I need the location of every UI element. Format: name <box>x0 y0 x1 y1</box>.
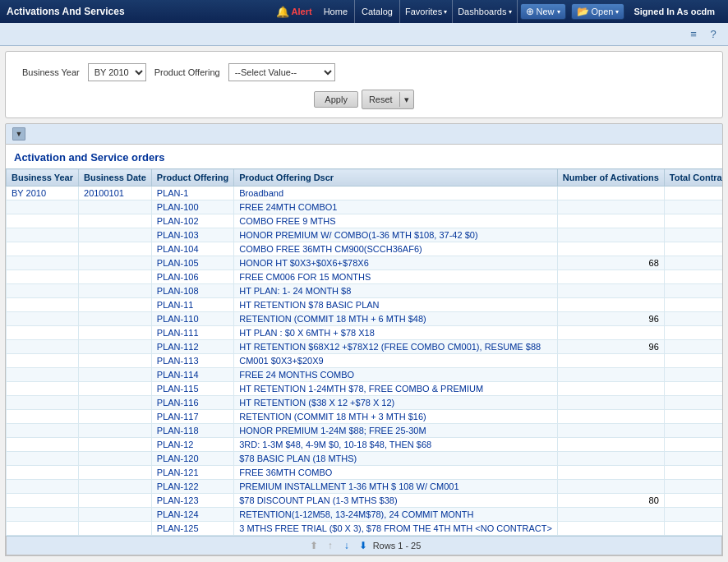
nav-dashboards[interactable]: Dashboards ▾ <box>453 0 517 23</box>
table-cell: PLAN-114 <box>151 368 233 382</box>
table-cell <box>7 256 79 270</box>
pagination-row: ⬆ ↑ ↓ ⬇ Rows 1 - 25 <box>6 536 722 555</box>
table-cell <box>79 508 152 522</box>
table-cell <box>79 256 152 270</box>
table-cell: 2753 <box>664 480 723 494</box>
table-row: PLAN-124RETENTION(1-12M58, 13-24M$78), 2… <box>7 508 724 522</box>
table-cell: FREE 36MTH COMBO <box>234 466 558 480</box>
table-cell: PLAN-120 <box>151 452 233 466</box>
nav-open-button[interactable]: 📂 Open ▾ <box>571 3 625 20</box>
business-year-select[interactable]: BY 2010 <box>88 63 146 81</box>
toolbar-settings-icon[interactable]: ≡ <box>685 26 702 43</box>
table-row: PLAN-108HT PLAN: 1- 24 MONTH $85505 <box>7 284 724 298</box>
table-cell <box>79 214 152 228</box>
table-row: PLAN-118HONOR PREMIUM 1-24M $88; FREE 25… <box>7 424 724 438</box>
table-cell: PREMIUM INSTALLMENT 1-36 MTH $ 108 W/ CM… <box>234 480 558 494</box>
product-offering-label: Product Offering <box>154 67 220 77</box>
table-cell <box>557 382 664 396</box>
table-cell: PLAN-108 <box>151 284 233 298</box>
table-cell: 2753 <box>664 298 723 312</box>
table-cell: RETENTION(1-12M58, 13-24M$78), 24 COMMIT… <box>234 508 558 522</box>
table-cell <box>7 242 79 256</box>
table-cell <box>79 480 152 494</box>
table-cell: 6691 <box>664 452 723 466</box>
table-cell <box>7 368 79 382</box>
table-cell: PLAN-103 <box>151 228 233 242</box>
table-cell: CM001 $0X3+$20X9 <box>234 354 558 368</box>
table-cell <box>664 494 723 508</box>
table-cell <box>79 354 152 368</box>
table-cell: HONOR PREMIUM 1-24M $88; FREE 25-30M <box>234 424 558 438</box>
table-row: PLAN-123RD: 1-3M $48, 4-9M $0, 10-18 $48… <box>7 438 724 452</box>
table-cell <box>7 270 79 284</box>
app-title: Activations And Services <box>7 6 125 17</box>
table-cell <box>7 200 79 214</box>
nav-catalog[interactable]: Catalog <box>355 0 400 23</box>
table-cell: 13589 <box>664 214 723 228</box>
table-row: PLAN-113CM001 $0X3+$20X92753 <box>7 354 724 368</box>
nav-new-button[interactable]: ⊕ New ▾ <box>520 3 566 20</box>
new-icon: ⊕ <box>526 6 534 17</box>
collapse-icon[interactable]: ▼ <box>12 127 25 140</box>
table-cell <box>79 438 152 452</box>
table-cell: FREE 24MTH COMBO1 <box>234 200 558 214</box>
table-cell: PLAN-105 <box>151 256 233 270</box>
table-cell: PLAN-121 <box>151 466 233 480</box>
nav-home[interactable]: Home <box>317 0 355 23</box>
alert-text[interactable]: Alert <box>292 7 312 16</box>
next-page-icon[interactable]: ↓ <box>340 539 353 552</box>
table-row: PLAN-104COMBO FREE 36MTH CM900(SCCH36AF6… <box>7 242 724 256</box>
table-row: PLAN-103HONOR PREMIUM W/ COMBO(1-36 MTH … <box>7 228 724 242</box>
table-cell: RETENTION (COMMIT 18 MTH + 6 MTH $48) <box>234 312 558 326</box>
table-cell: PLAN-123 <box>151 494 233 508</box>
table-cell: 5505 <box>664 284 723 298</box>
filter-area: Business Year BY 2010 Product Offering -… <box>5 51 723 118</box>
table-cell <box>79 242 152 256</box>
table-cell <box>7 494 79 508</box>
table-cell: PLAN-102 <box>151 214 233 228</box>
table-header-row: Business Year Business Date Product Offe… <box>7 169 724 187</box>
table-cell <box>7 326 79 340</box>
table-cell: 2753 <box>664 424 723 438</box>
table-row: BY 201020100101PLAN-1Broadband8258 <box>7 187 724 200</box>
prev-page-icon[interactable]: ↑ <box>324 539 337 552</box>
table-cell: 9444 <box>664 382 723 396</box>
table-cell <box>7 354 79 368</box>
table-cell <box>557 214 664 228</box>
table-cell <box>79 494 152 508</box>
table-cell <box>557 187 664 200</box>
table-cell: 96 <box>557 340 664 354</box>
table-cell <box>7 214 79 228</box>
nav-favorites[interactable]: Favorites ▾ <box>400 0 453 23</box>
table-row: PLAN-110RETENTION (COMMIT 18 MTH + 6 MTH… <box>7 312 724 326</box>
table-cell <box>79 326 152 340</box>
table-cell <box>557 396 664 410</box>
col-total-contract-arpu: Total Contract ARPU <box>664 169 723 187</box>
table-cell: BY 2010 <box>7 187 79 200</box>
favorites-arrow: ▾ <box>444 8 447 16</box>
table-cell <box>79 284 152 298</box>
table-cell <box>7 522 79 536</box>
product-offering-select[interactable]: --Select Value-- <box>228 63 335 81</box>
table-cell: 9444 <box>664 438 723 452</box>
first-page-icon[interactable]: ⬆ <box>307 539 320 552</box>
table-cell <box>79 410 152 424</box>
toolbar-help-icon[interactable]: ? <box>705 26 721 43</box>
table-cell: 6691 <box>664 508 723 522</box>
table-cell <box>7 340 79 354</box>
last-page-icon[interactable]: ⬇ <box>357 539 370 552</box>
table-cell: PLAN-106 <box>151 270 233 284</box>
table-row: PLAN-11HT RETENTION $78 BASIC PLAN2753 <box>7 298 724 312</box>
apply-button[interactable]: Apply <box>314 91 358 108</box>
table-row: PLAN-117RETENTION (COMMIT 18 MTH + 3 MTH… <box>7 410 724 424</box>
table-cell: 6898 <box>664 368 723 382</box>
toolbar-row: ≡ ? <box>0 23 728 46</box>
table-row: PLAN-111HT PLAN : $0 X 6MTH + $78 X18275… <box>7 326 724 340</box>
reset-button[interactable]: Reset ▾ <box>362 90 414 109</box>
table-cell: 68 <box>557 256 664 270</box>
table-cell <box>7 410 79 424</box>
section-header: ▼ <box>5 123 723 145</box>
table-cell <box>79 396 152 410</box>
table-cell <box>557 270 664 284</box>
table-cell <box>557 410 664 424</box>
